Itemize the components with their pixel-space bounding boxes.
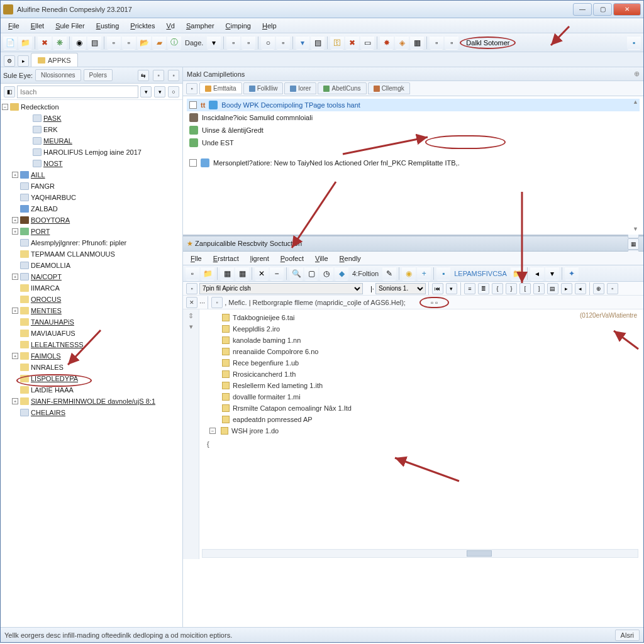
list-item[interactable]: Unde EST — [187, 136, 640, 149]
tree-node[interactable]: NNRALES — [1, 362, 182, 373]
new-file-icon[interactable]: 📄 — [3, 36, 17, 50]
menu-eusting[interactable]: Eusting — [91, 20, 125, 31]
menu-vd[interactable]: Vd — [161, 20, 179, 31]
tool-red-icon[interactable]: ✖ — [38, 36, 52, 50]
tree-node[interactable]: +BOOYTORA — [1, 214, 182, 226]
delete-icon[interactable]: ✖ — [345, 36, 359, 50]
fmt-7[interactable]: ▫ — [607, 283, 618, 294]
upper-pane-list[interactable]: ▲ ▼ ttBoody WPK Decomipoling TPage tools… — [183, 96, 643, 235]
menu-pricktes[interactable]: Pricktes — [125, 20, 160, 31]
ct-clock-icon[interactable]: ◷ — [319, 267, 333, 280]
doc1-icon[interactable]: ▫ — [226, 36, 240, 50]
ct-search-icon[interactable]: 🔍 — [289, 267, 303, 280]
fmt-3[interactable]: ▤ — [547, 283, 558, 294]
box-icon[interactable]: ▰ — [152, 36, 166, 50]
tree-node[interactable]: LAtDIE HAAA — [1, 384, 182, 396]
scroll-up-icon[interactable]: ▲ — [633, 99, 638, 105]
fmt-5[interactable]: ◂ — [575, 283, 586, 294]
search-mode-icon[interactable]: ◧ — [4, 86, 15, 97]
search-dropdown-icon[interactable]: ▾ — [140, 86, 152, 97]
path-doc-icon[interactable]: ▫ — [186, 283, 197, 294]
sheet-icon[interactable]: ▤ — [87, 36, 101, 50]
list-item[interactable]: Inscidalne?ioic Samulid commnloiali — [187, 111, 640, 124]
file-row[interactable]: Rrosicicancherd 1.th — [191, 369, 638, 380]
maximize-button[interactable]: ▢ — [593, 3, 612, 16]
ct-plus-icon[interactable]: + — [417, 267, 431, 280]
ct-a2-icon[interactable]: ▾ — [545, 267, 559, 280]
ct-cut-icon[interactable]: ✕ — [255, 267, 269, 280]
ct-grp-icon[interactable]: ▪ — [436, 267, 450, 280]
ct-grid1-icon[interactable]: ▦ — [220, 267, 234, 280]
upper-tab-2[interactable]: lorer — [284, 82, 316, 94]
child-max-icon[interactable]: ▦ — [628, 238, 639, 250]
tree-node[interactable]: TEPMAAM CLLANMOUUS — [1, 248, 182, 260]
tree-node[interactable]: +PORT — [1, 226, 182, 237]
brk-l[interactable]: [ — [519, 283, 531, 294]
sidebar-tab-2[interactable]: Polers — [84, 69, 113, 81]
ct-fold3-icon[interactable]: 📁 — [511, 267, 525, 280]
ct-wand-icon[interactable]: ✎ — [382, 267, 396, 280]
right-toolbar-button[interactable]: Dalkl Sotomer — [460, 36, 516, 49]
child-menu-poofect[interactable]: Poofect — [275, 253, 309, 264]
menu-file[interactable]: File — [3, 20, 25, 31]
tree-node[interactable]: +SlANF-ERMHINWOLDE davnole/ujS 8:1 — [1, 396, 182, 407]
file-row[interactable]: dovallle formaiter 1.mi — [191, 391, 638, 402]
file-row[interactable]: Rrsmilte Catapon cemoalingr Nâx 1.Itd — [191, 402, 638, 414]
scroll-dn-icon[interactable]: ▼ — [633, 226, 638, 232]
tree-node[interactable]: CHELAIRS — [1, 407, 182, 418]
menu-ellet[interactable]: Ellet — [26, 20, 49, 31]
file-row[interactable]: Reslellerm Ked lameting 1.ith — [191, 380, 638, 391]
tree-node[interactable]: +MENTIES — [1, 305, 182, 316]
path-select[interactable]: 7pin fil Apiric clsh — [199, 283, 363, 294]
tree-node[interactable]: +AILL — [1, 169, 182, 180]
child-menu-flle[interactable]: Flle — [186, 253, 207, 264]
menu-sampher[interactable]: Sampher — [181, 20, 219, 31]
sidebar-tab-1[interactable]: Nlosisonnes — [35, 69, 80, 81]
menu-help[interactable]: Help — [257, 20, 282, 31]
upper-tab-3[interactable]: AbetlCuns — [318, 82, 366, 94]
info-icon[interactable]: ⓘ — [167, 36, 181, 50]
tree-node[interactable]: IIMARCA — [1, 282, 182, 294]
z1-icon[interactable]: ▫ — [430, 36, 443, 50]
ct-folder-icon[interactable]: 📁 — [201, 267, 214, 280]
search-clear-icon[interactable]: ▾ — [154, 86, 165, 97]
expand-icon[interactable]: + — [12, 274, 18, 280]
tree-node[interactable]: HAROLIFUS Lemjog iaine 2017 — [1, 147, 182, 158]
page1-icon[interactable]: ▫ — [107, 36, 121, 50]
tool-puzzle-icon[interactable]: ❋ — [53, 36, 67, 50]
tree-node[interactable]: YAQHIARBUC — [1, 192, 182, 203]
sidebar-btn-2[interactable]: ▫ — [153, 70, 164, 81]
file-row[interactable]: Tdakbognieijee 6.tai — [191, 312, 638, 323]
expand-icon[interactable]: + — [12, 308, 18, 314]
fmt-4[interactable]: ▸ — [561, 283, 572, 294]
expand-icon[interactable]: − — [2, 104, 8, 110]
doc2-icon[interactable]: ▫ — [242, 36, 255, 50]
bc-doc-icon[interactable]: ▫ — [211, 297, 223, 308]
upper-tab-4[interactable]: Cllemgk — [368, 82, 410, 94]
sidebar-btn-3[interactable]: ▫ — [168, 70, 179, 81]
bc-x-icon[interactable]: ✕ — [186, 297, 197, 308]
tree-node[interactable]: LISPOLEDYPA — [1, 373, 182, 384]
tree-node[interactable]: NOST — [1, 158, 182, 169]
menu-cimping[interactable]: Cimping — [221, 20, 256, 31]
tree-node[interactable]: MEURAL — [1, 135, 182, 147]
page2-icon[interactable]: ▫ — [122, 36, 136, 50]
key-icon[interactable]: ⚿ — [330, 36, 344, 50]
plus-icon[interactable]: ▫ — [276, 36, 290, 50]
menu-sule filer[interactable]: Sule Filer — [50, 20, 89, 31]
file-row[interactable]: −WSH jrore 1.do — [191, 425, 638, 436]
save-blue-icon[interactable]: ▾ — [296, 36, 309, 50]
nav-dd-icon[interactable]: ▾ — [446, 283, 457, 294]
list-item[interactable]: Mersonpletl?atiore: New to TaiyNed los A… — [187, 157, 640, 169]
fmt-6[interactable]: ⊕ — [593, 283, 604, 294]
tree-node[interactable]: +NA/COPT — [1, 271, 182, 282]
help-icon[interactable]: ▪ — [627, 36, 641, 50]
circle1-icon[interactable]: ○ — [261, 36, 275, 50]
folder2-icon[interactable]: 📂 — [137, 36, 151, 50]
fmt-2[interactable]: ≣ — [478, 283, 489, 294]
child-file-area[interactable]: ⇕ ▾ (0120erVaWlatientre Tdakbognieijee 6… — [183, 309, 643, 559]
nav-first-icon[interactable]: ⏮ — [432, 283, 443, 294]
checkbox[interactable] — [189, 101, 197, 109]
project-tree[interactable]: −RedeckctionPASKERKMEURALHAROLIFUS Lemjo… — [1, 100, 182, 627]
sonions-select[interactable]: Sonions 1. — [375, 283, 426, 294]
